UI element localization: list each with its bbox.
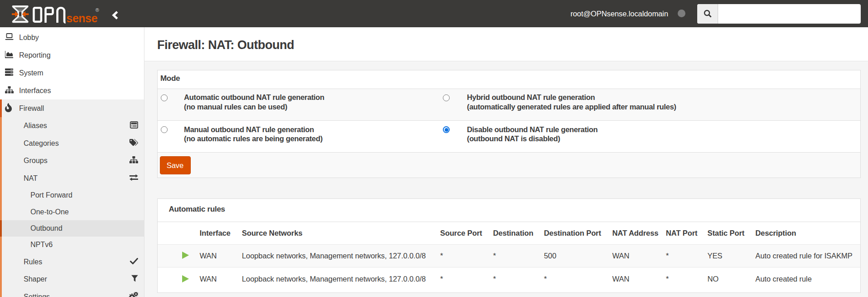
svg-text:sense: sense xyxy=(66,12,98,24)
svg-text:®: ® xyxy=(95,7,99,13)
